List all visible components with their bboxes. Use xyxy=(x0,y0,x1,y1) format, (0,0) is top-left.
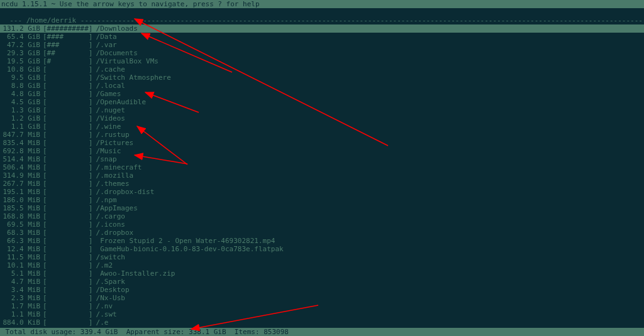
list-item[interactable]: 1.3 GiB[ ] /.nuget xyxy=(0,106,644,114)
list-item[interactable]: 4.5 GiB[ ] /OpenAudible xyxy=(0,98,644,106)
item-size: 506.4 MiB xyxy=(1,163,43,171)
item-size: 835.4 MiB xyxy=(1,139,43,147)
list-item[interactable]: 4.7 MiB[ ] /.Spark xyxy=(0,278,644,286)
item-bar: [ ] xyxy=(43,65,92,73)
list-item[interactable]: 692.8 MiB[ ] /Music xyxy=(0,147,644,155)
item-bar: [ ] xyxy=(43,294,92,302)
item-bar: [ ] xyxy=(43,73,92,82)
item-bar: [ ] xyxy=(43,155,92,163)
list-item[interactable]: 19.5 GiB[# ] /VirtualBox VMs xyxy=(0,57,644,65)
list-item[interactable]: 2.3 MiB[ ] /Nx-Usb xyxy=(0,294,644,302)
item-bar: [ ] xyxy=(43,261,92,269)
item-bar: [ ] xyxy=(43,245,92,253)
item-name: /.swt xyxy=(92,310,643,318)
item-bar: [## ] xyxy=(43,49,92,57)
item-bar: [ ] xyxy=(43,90,92,98)
list-item[interactable]: 29.3 GiB[## ] /Documents xyxy=(0,49,644,57)
list-item[interactable]: 1.1 MiB[ ] /.swt xyxy=(0,310,644,318)
list-item[interactable]: 186.0 MiB[ ] /.npm xyxy=(0,196,644,204)
item-bar: [ ] xyxy=(43,188,92,196)
file-list[interactable]: 131.2 GiB[##########] /Downloads65.4 GiB… xyxy=(0,24,644,336)
list-item[interactable]: 66.3 MiB[ ] Frozen Stupid 2 - Open Water… xyxy=(0,237,644,245)
item-name: /OpenAudible xyxy=(92,98,643,106)
item-name: /.local xyxy=(92,82,643,90)
item-bar: [ ] xyxy=(43,253,92,261)
list-item[interactable]: 185.5 MiB[ ] /AppImages xyxy=(0,204,644,212)
list-item[interactable]: 11.5 MiB[ ] /switch xyxy=(0,253,644,261)
item-bar: [ ] xyxy=(43,220,92,229)
item-bar: [##########] xyxy=(43,24,92,33)
list-item[interactable]: 168.8 MiB[ ] /.cargo xyxy=(0,212,644,220)
item-name: /VirtualBox VMs xyxy=(92,57,643,65)
item-size: 12.4 MiB xyxy=(1,245,43,253)
item-size: 5.1 MiB xyxy=(1,269,43,278)
item-bar: [ ] xyxy=(43,180,92,188)
list-item[interactable]: 69.5 MiB[ ] /.icons xyxy=(0,220,644,229)
item-size: 66.3 MiB xyxy=(1,237,43,245)
item-size: 1.7 MiB xyxy=(1,302,43,310)
list-item[interactable]: 131.2 GiB[##########] /Downloads xyxy=(0,24,644,33)
list-item[interactable]: 1.1 GiB[ ] /.wine xyxy=(0,122,644,131)
item-bar: [ ] xyxy=(43,302,92,310)
list-item[interactable]: 267.7 MiB[ ] /.themes xyxy=(0,180,644,188)
path-prefix: --- xyxy=(9,16,26,24)
list-item[interactable]: 835.4 MiB[ ] /Pictures xyxy=(0,139,644,147)
list-item[interactable]: 8.8 GiB[ ] /.local xyxy=(0,82,644,90)
item-bar: [ ] xyxy=(43,196,92,204)
item-size: 314.9 MiB xyxy=(1,171,43,180)
item-size: 47.2 GiB xyxy=(1,41,43,49)
item-size: 4.8 GiB xyxy=(1,90,43,98)
list-item[interactable]: 1.7 MiB[ ] /.nv xyxy=(0,302,644,310)
list-item[interactable]: 847.7 MiB[ ] /.rustup xyxy=(0,131,644,139)
list-item[interactable]: 514.4 MiB[ ] /snap xyxy=(0,155,644,163)
item-bar: [ ] xyxy=(43,139,92,147)
item-name: /.mozilla xyxy=(92,171,643,180)
list-item[interactable]: 1.2 GiB[ ] /Videos xyxy=(0,114,644,122)
list-item[interactable]: 3.4 MiB[ ] /Desktop xyxy=(0,286,644,294)
list-item[interactable]: 314.9 MiB[ ] /.mozilla xyxy=(0,171,644,180)
list-item[interactable]: 12.4 MiB[ ] GameHub-bionic-0.16.0-83-dev… xyxy=(0,245,644,253)
item-size: 1.1 MiB xyxy=(1,310,43,318)
item-size: 847.7 MiB xyxy=(1,131,43,139)
item-name: /Music xyxy=(92,147,643,155)
item-size: 514.4 MiB xyxy=(1,155,43,163)
item-bar: [ ] xyxy=(43,106,92,114)
item-size: 4.7 MiB xyxy=(1,278,43,286)
list-item[interactable]: 10.8 GiB[ ] /.cache xyxy=(0,65,644,73)
item-name: /.dropbox xyxy=(92,229,643,237)
item-size: 10.8 GiB xyxy=(1,65,43,73)
item-bar: [ ] xyxy=(43,147,92,155)
item-name: /.cache xyxy=(92,65,643,73)
item-size: 19.5 GiB xyxy=(1,57,43,65)
current-path: /home/derrik xyxy=(26,16,80,24)
item-size: 2.3 MiB xyxy=(1,294,43,302)
path-line: --- /home/derrik -----------------------… xyxy=(0,8,644,24)
item-name: /.npm xyxy=(92,196,643,204)
item-bar: [ ] xyxy=(43,237,92,245)
list-item[interactable]: 884.0 KiB[ ] /.e xyxy=(0,318,644,327)
list-item[interactable]: 65.4 GiB[#### ] /Data xyxy=(0,33,644,41)
item-bar: [# ] xyxy=(43,57,92,65)
list-item[interactable]: 47.2 GiB[### ] /.var xyxy=(0,41,644,49)
footer-bar: Total disk usage: 339.4 GiB Apparent siz… xyxy=(0,328,644,336)
list-item[interactable]: 5.1 MiB[ ] Awoo-Installer.zip xyxy=(0,269,644,278)
item-bar: [ ] xyxy=(43,286,92,294)
item-size: 1.3 GiB xyxy=(1,106,43,114)
item-bar: [### ] xyxy=(43,41,92,49)
list-item[interactable]: 9.5 GiB[ ] /Switch Atmosphere xyxy=(0,73,644,82)
item-name: GameHub-bionic-0.16.0-83-dev-0ca783e.fla… xyxy=(92,245,643,253)
list-item[interactable]: 10.1 MiB[ ] /.m2 xyxy=(0,261,644,269)
item-bar: [ ] xyxy=(43,229,92,237)
item-bar: [ ] xyxy=(43,82,92,90)
item-bar: [#### ] xyxy=(43,33,92,41)
item-bar: [ ] xyxy=(43,131,92,139)
item-size: 9.5 GiB xyxy=(1,73,43,82)
list-item[interactable]: 506.4 MiB[ ] /.minecraft xyxy=(0,163,644,171)
list-item[interactable]: 4.8 GiB[ ] /Games xyxy=(0,90,644,98)
list-item[interactable]: 68.3 MiB[ ] /.dropbox xyxy=(0,229,644,237)
list-item[interactable]: 195.1 MiB[ ] /.dropbox-dist xyxy=(0,188,644,196)
item-size: 65.4 GiB xyxy=(1,33,43,41)
item-name: /Data xyxy=(92,33,643,41)
item-name: /snap xyxy=(92,155,643,163)
item-size: 68.3 MiB xyxy=(1,229,43,237)
